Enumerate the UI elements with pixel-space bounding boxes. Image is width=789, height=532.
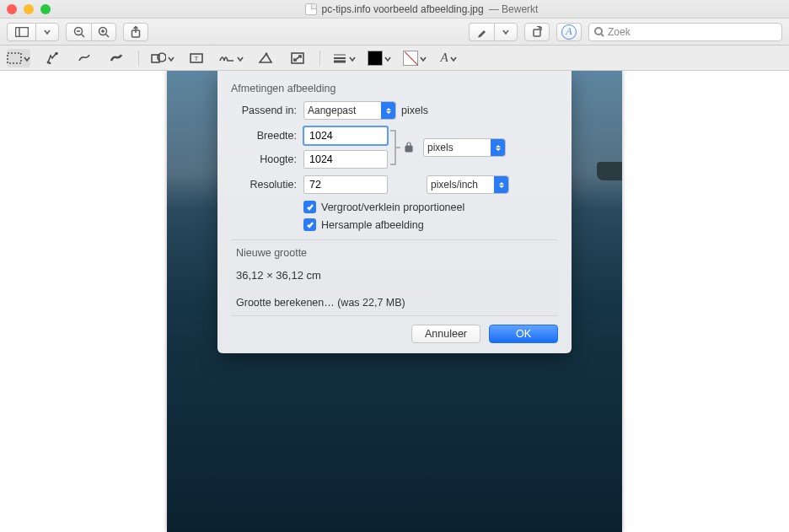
search-icon: [594, 27, 604, 37]
share-button[interactable]: [123, 23, 148, 41]
svg-point-16: [47, 62, 48, 62]
svg-point-23: [266, 52, 268, 55]
calculating-size-label: Grootte berekenen… (was 22,7 MB): [236, 297, 405, 309]
selection-tool-button[interactable]: [7, 49, 30, 67]
fit-unit-label: pixels: [401, 105, 428, 116]
sidebar-dropdown-button[interactable]: [35, 23, 59, 41]
height-input[interactable]: [303, 150, 388, 169]
cancel-button[interactable]: Annuleer: [411, 325, 480, 343]
main-toolbar: A Zoek: [0, 19, 789, 46]
search-field[interactable]: Zoek: [588, 23, 782, 41]
border-color-button[interactable]: [368, 49, 391, 67]
new-size-section: Nieuwe grootte 36,12 × 36,12 cm Grootte …: [231, 239, 558, 316]
markup-toolbar: T A: [0, 46, 789, 71]
new-size-label: Nieuwe grootte: [236, 247, 553, 259]
svg-rect-0: [15, 27, 28, 36]
svg-point-12: [595, 28, 602, 35]
ok-button[interactable]: OK: [489, 325, 558, 343]
svg-marker-22: [260, 54, 271, 62]
image-canvas: Afmetingen afbeelding Passend in: Aangep…: [0, 71, 789, 532]
sketch-tool-button[interactable]: [74, 49, 94, 67]
instant-alpha-button[interactable]: [42, 49, 62, 67]
width-input[interactable]: [303, 126, 388, 145]
draw-tool-button[interactable]: [106, 49, 126, 67]
height-label: Hoogte:: [238, 153, 297, 165]
fit-into-select[interactable]: Aangepast: [303, 101, 396, 120]
svg-rect-28: [405, 146, 412, 152]
search-placeholder: Zoek: [608, 26, 631, 38]
lock-icon: [403, 141, 416, 154]
resolution-label: Resolutie:: [238, 179, 297, 191]
text-tool-button[interactable]: T: [186, 49, 207, 67]
window-titlebar: pc-tips.info voorbeeld afbeelding.jpg — …: [0, 0, 789, 19]
markup-toggle-button[interactable]: A: [556, 23, 582, 41]
image-content[interactable]: Afmetingen afbeelding Passend in: Aangep…: [167, 71, 622, 532]
svg-rect-11: [534, 30, 540, 36]
resample-label: Hersample afbeelding: [321, 219, 424, 231]
highlight-dropdown-button[interactable]: [494, 23, 518, 41]
window-title-filename: pc-tips.info voorbeeld afbeelding.jpg: [322, 3, 484, 15]
zoom-in-button[interactable]: [91, 23, 116, 41]
svg-text:T: T: [195, 55, 199, 62]
zoom-window-button[interactable]: [40, 4, 51, 14]
svg-line-3: [81, 34, 84, 37]
new-size-value: 36,12 × 36,12 cm: [236, 269, 553, 282]
file-icon: [305, 3, 317, 15]
scale-proportionally-label: Vergroot/verklein proportioneel: [321, 202, 464, 213]
rotate-button[interactable]: [524, 23, 550, 41]
sign-button[interactable]: [218, 49, 244, 67]
window-title-status: — Bewerkt: [489, 3, 539, 15]
svg-line-13: [601, 34, 604, 36]
sidebar-toggle-button[interactable]: [7, 23, 35, 41]
scale-proportionally-checkbox[interactable]: Vergroot/verklein proportioneel: [303, 201, 558, 213]
fit-into-label: Passend in:: [238, 105, 297, 116]
text-style-button[interactable]: A: [438, 49, 459, 67]
resample-checkbox[interactable]: Hersample afbeelding: [303, 218, 558, 231]
svg-point-17: [49, 62, 50, 63]
resize-dialog: Afmetingen afbeelding Passend in: Aangep…: [217, 71, 572, 353]
markup-icon: A: [561, 24, 577, 40]
minimize-window-button[interactable]: [24, 4, 34, 14]
shapes-button[interactable]: [151, 49, 174, 67]
fill-color-button[interactable]: [403, 49, 427, 67]
dimensions-section-label: Afmetingen afbeelding: [231, 83, 558, 94]
highlight-button[interactable]: [469, 23, 494, 41]
svg-line-6: [106, 34, 110, 37]
adjust-size-button[interactable]: [287, 49, 308, 67]
resolution-unit-select[interactable]: pixels/inch: [427, 175, 509, 194]
svg-rect-14: [8, 53, 21, 63]
adjust-color-button[interactable]: [255, 49, 276, 67]
close-window-button[interactable]: [7, 4, 17, 14]
width-label: Breedte:: [238, 130, 297, 142]
dimension-link-bracket: [388, 126, 403, 169]
zoom-out-button[interactable]: [66, 23, 91, 41]
resolution-input[interactable]: [303, 175, 388, 194]
line-style-button[interactable]: [332, 49, 356, 67]
dimension-unit-select[interactable]: pixels: [423, 138, 506, 157]
svg-point-15: [56, 52, 57, 54]
